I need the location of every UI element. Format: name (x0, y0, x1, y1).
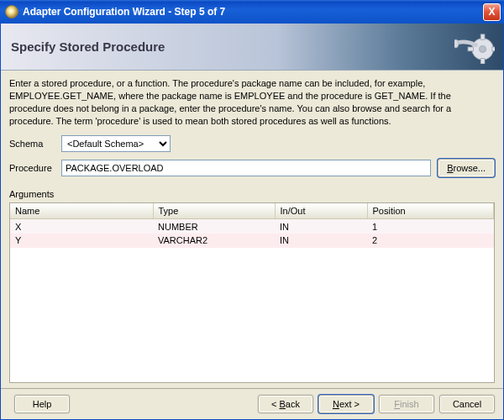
button-bar: Help < Back Next > Finish Cancel (1, 388, 503, 419)
table-row[interactable]: X NUMBER IN 1 (10, 219, 494, 234)
cell-type: VARCHAR2 (153, 234, 275, 248)
window-title: Adapter Configuration Wizard - Step 5 of… (23, 6, 483, 18)
titlebar[interactable]: Adapter Configuration Wizard - Step 5 of… (0, 0, 504, 24)
svg-rect-5 (492, 47, 495, 51)
column-header-type[interactable]: Type (153, 203, 275, 219)
browse-button[interactable]: Browse... (438, 159, 495, 177)
help-button[interactable]: Help (14, 395, 70, 413)
cell-name: Y (10, 234, 153, 248)
next-button[interactable]: Next > (318, 395, 374, 413)
svg-rect-3 (480, 59, 485, 64)
schema-select[interactable]: <Default Schema> (61, 135, 171, 152)
schema-row: Schema <Default Schema> (9, 135, 495, 152)
cell-inout: IN (275, 234, 367, 248)
arguments-table: Name Type In/Out Position X NUMBER IN 1 … (9, 202, 495, 383)
procedure-input[interactable] (61, 160, 431, 176)
finish-button: Finish (379, 395, 434, 413)
table-row[interactable]: Y VARCHAR2 IN 2 (10, 234, 494, 248)
back-button[interactable]: < Back (258, 395, 313, 413)
svg-point-1 (480, 45, 486, 52)
column-header-position[interactable]: Position (367, 203, 494, 219)
cell-position: 1 (367, 219, 494, 234)
app-icon (5, 5, 18, 18)
description-text: Enter a stored procedure, or a function.… (9, 77, 495, 127)
cell-position: 2 (367, 234, 494, 248)
svg-point-6 (454, 39, 459, 48)
page-title: Specify Stored Procedure (11, 39, 165, 54)
cancel-button[interactable]: Cancel (439, 395, 495, 413)
table-header-row: Name Type In/Out Position (10, 203, 494, 219)
procedure-row: Procedure Browse... (9, 159, 495, 177)
cell-name: X (10, 219, 153, 234)
cell-type: NUMBER (153, 219, 275, 234)
gear-icon (454, 30, 495, 64)
procedure-label: Procedure (9, 163, 55, 173)
back-button-label: < Back (271, 399, 300, 409)
svg-rect-2 (480, 34, 485, 39)
browse-button-label: Browse... (447, 163, 486, 173)
cell-inout: IN (275, 219, 367, 234)
close-button[interactable]: X (483, 3, 501, 21)
schema-label: Schema (9, 139, 55, 149)
next-button-label: Next > (333, 399, 360, 409)
arguments-label: Arguments (9, 189, 495, 199)
content-area: Enter a stored procedure, or a function.… (1, 71, 503, 388)
wizard-header: Specify Stored Procedure (1, 24, 503, 71)
close-icon: X (488, 6, 495, 18)
column-header-inout[interactable]: In/Out (275, 203, 367, 219)
window-body: Specify Stored Procedure Enter a stored … (0, 24, 504, 420)
finish-button-label: Finish (394, 399, 418, 409)
column-header-name[interactable]: Name (10, 203, 153, 219)
svg-rect-4 (468, 47, 473, 51)
